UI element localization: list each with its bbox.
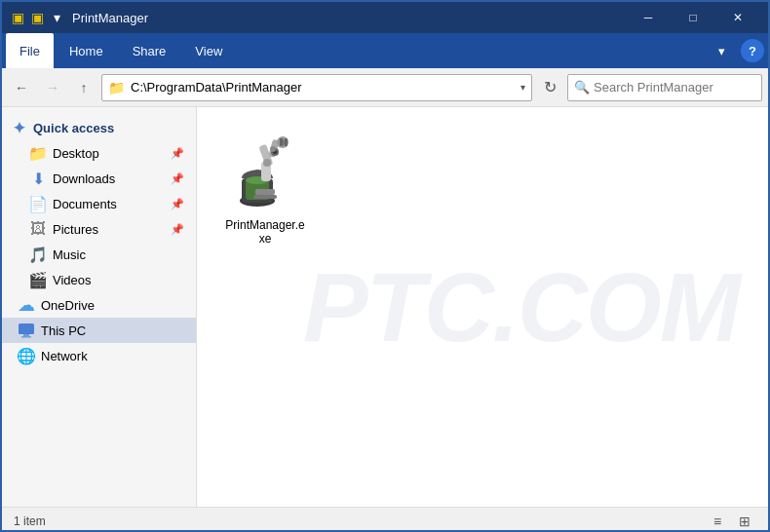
list-view-button[interactable]: ≡ — [706, 510, 729, 533]
pin-icon-pictures: 📌 — [171, 223, 184, 236]
file-name-printmanager: PrintManager.exe — [224, 218, 306, 246]
sidebar-item-music[interactable]: 🎵 Music — [2, 242, 196, 267]
sidebar-item-pictures[interactable]: 🖼 Pictures 📌 — [2, 216, 196, 242]
network-icon: 🌐 — [18, 347, 35, 364]
search-wrapper[interactable]: 🔍 — [567, 74, 762, 101]
tab-file[interactable]: File — [6, 33, 54, 68]
address-folder-icon: 📁 — [108, 80, 125, 95]
search-icon: 🔍 — [574, 80, 590, 95]
sidebar-item-quick-access[interactable]: ✦ Quick access — [2, 115, 196, 140]
status-item-count: 1 item — [14, 514, 46, 528]
svg-rect-19 — [253, 195, 277, 199]
address-dropdown-button[interactable]: ▾ — [520, 82, 525, 93]
sidebar-item-videos[interactable]: 🎬 Videos — [2, 267, 196, 292]
sidebar-label-downloads: Downloads — [53, 171, 115, 186]
window-controls: ─ □ ✕ — [626, 2, 760, 33]
close-button[interactable]: ✕ — [715, 2, 760, 33]
svg-rect-1 — [23, 334, 29, 336]
videos-icon: 🎬 — [29, 271, 47, 288]
dropdown-icon: ▾ — [49, 10, 64, 25]
desktop-icon: 📁 — [29, 144, 47, 162]
onedrive-icon: ☁ — [18, 296, 35, 314]
up-button[interactable]: ↑ — [70, 74, 97, 101]
this-pc-icon — [18, 322, 35, 339]
sidebar-item-onedrive[interactable]: ☁ OneDrive — [2, 292, 196, 318]
sidebar-label-documents: Documents — [53, 197, 117, 211]
music-icon: 🎵 — [29, 246, 47, 263]
status-view-controls: ≡ ⊞ — [706, 510, 756, 533]
menu-bar-right: ▾ ? — [708, 37, 764, 64]
svg-point-16 — [263, 159, 271, 167]
sidebar-label-this-pc: This PC — [41, 323, 86, 338]
tab-share[interactable]: Share — [119, 33, 180, 68]
large-icons-view-button[interactable]: ⊞ — [733, 510, 756, 533]
refresh-button[interactable]: ↻ — [536, 74, 563, 101]
tab-view[interactable]: View — [181, 33, 236, 68]
sidebar-item-desktop[interactable]: 📁 Desktop 📌 — [2, 140, 196, 166]
back-button[interactable]: ← — [8, 74, 35, 101]
sidebar-label-pictures: Pictures — [53, 222, 98, 237]
svg-rect-13 — [285, 138, 288, 146]
tab-home[interactable]: Home — [56, 33, 117, 68]
maximize-button[interactable]: □ — [671, 2, 715, 33]
sidebar-label-quick-access: Quick access — [33, 121, 114, 135]
sidebar-item-downloads[interactable]: ⬇ Downloads 📌 — [2, 166, 196, 191]
minimize-button[interactable]: ─ — [626, 2, 671, 33]
address-input-wrapper[interactable]: 📁 ▾ — [101, 74, 532, 101]
address-bar: ← → ↑ 📁 ▾ ↻ 🔍 — [2, 68, 768, 107]
help-button[interactable]: ? — [741, 39, 764, 62]
search-input[interactable] — [594, 80, 757, 95]
documents-icon: 📄 — [29, 195, 47, 212]
menu-bar: File Home Share View ▾ ? — [2, 33, 768, 68]
sidebar-label-onedrive: OneDrive — [41, 298, 95, 313]
svg-rect-18 — [255, 189, 275, 195]
sidebar-item-this-pc[interactable]: This PC — [2, 318, 196, 343]
file-item-printmanager[interactable]: PrintManager.exe — [216, 127, 314, 253]
file-grid: PrintManager.exe — [197, 107, 768, 273]
folder-icon: ▣ — [10, 10, 25, 25]
pictures-icon: 🖼 — [29, 220, 47, 238]
sidebar-label-desktop: Desktop — [53, 146, 99, 161]
title-bar-icons: ▣ ▣ ▾ — [10, 10, 64, 25]
title-bar: ▣ ▣ ▾ PrintManager ─ □ ✕ — [2, 2, 768, 33]
address-input[interactable] — [131, 80, 515, 95]
svg-rect-12 — [280, 138, 283, 146]
ribbon-collapse-button[interactable]: ▾ — [708, 37, 735, 64]
pin-icon-downloads: 📌 — [171, 172, 184, 185]
quick-access-icon: ✦ — [10, 119, 27, 136]
window-title: PrintManager — [72, 11, 626, 25]
sidebar-item-documents[interactable]: 📄 Documents 📌 — [2, 191, 196, 216]
save-icon: ▣ — [29, 10, 45, 25]
pin-icon-documents: 📌 — [171, 198, 184, 210]
content-area: PTC.COM — [197, 107, 768, 507]
downloads-icon: ⬇ — [29, 170, 47, 187]
sidebar-label-videos: Videos — [53, 273, 92, 287]
forward-button[interactable]: → — [39, 74, 66, 101]
svg-rect-2 — [21, 336, 31, 338]
status-bar: 1 item ≡ ⊞ — [2, 507, 768, 532]
main-layout: ✦ Quick access 📁 Desktop 📌 ⬇ Downloads 📌… — [2, 107, 768, 507]
sidebar: ✦ Quick access 📁 Desktop 📌 ⬇ Downloads 📌… — [2, 107, 197, 507]
sidebar-label-music: Music — [53, 247, 86, 262]
svg-rect-0 — [19, 323, 34, 334]
svg-point-17 — [270, 146, 276, 152]
sidebar-label-network: Network — [41, 349, 88, 363]
file-icon-printmanager — [226, 134, 304, 212]
sidebar-item-network[interactable]: 🌐 Network — [2, 343, 196, 368]
pin-icon-desktop: 📌 — [171, 147, 184, 160]
